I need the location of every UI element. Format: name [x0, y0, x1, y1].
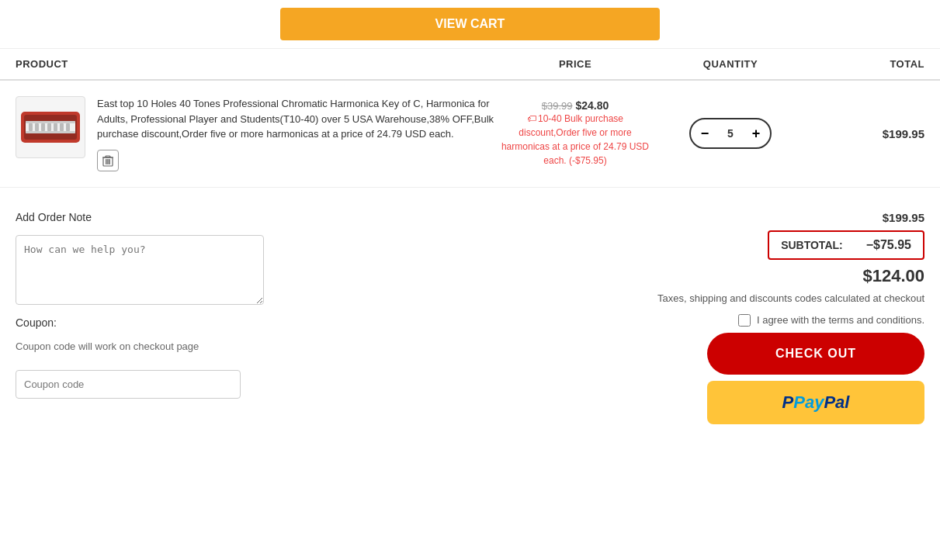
order-note-textarea[interactable]	[16, 235, 264, 305]
cart-item-row: East top 10 Holes 40 Tones Professional …	[0, 81, 940, 188]
right-section: $199.95 SUBTOTAL: −$75.95 $124.00 Taxes,…	[478, 211, 925, 424]
price-cell: $39.99 $24.80 🏷10-40 Bulk purchase disco…	[498, 99, 653, 168]
product-info: East top 10 Holes 40 Tones Professional …	[97, 96, 498, 171]
svg-rect-7	[54, 123, 57, 131]
checkout-button[interactable]: CHECK OUT	[707, 333, 924, 375]
svg-rect-5	[41, 123, 45, 131]
quantity-cell: − 5 +	[653, 118, 808, 149]
col-header-quantity: QUANTITY	[653, 58, 808, 70]
bottom-section: Add Order Note Coupon: Coupon code will …	[0, 188, 940, 448]
terms-label: I agree with the terms and conditions.	[757, 314, 924, 326]
svg-rect-9	[66, 123, 70, 131]
terms-row: I agree with the terms and conditions.	[738, 314, 924, 327]
quantity-value: 5	[719, 127, 742, 140]
left-section: Add Order Note Coupon: Coupon code will …	[16, 211, 463, 424]
subtotal-box: SUBTOTAL: −$75.95	[768, 230, 924, 260]
svg-rect-4	[35, 123, 39, 131]
col-header-price: PRICE	[498, 58, 653, 70]
top-bar: VIEW CART	[0, 0, 940, 49]
product-image	[16, 96, 85, 158]
coupon-input[interactable]	[16, 370, 241, 399]
terms-checkbox[interactable]	[738, 314, 751, 327]
svg-rect-15	[109, 159, 111, 164]
paypal-button[interactable]: PPayPal	[707, 381, 924, 424]
order-note-label: Add Order Note	[16, 211, 463, 223]
col-header-product: PRODUCT	[16, 58, 498, 70]
cart-total: $124.00	[862, 266, 924, 286]
quantity-increase-button[interactable]: +	[742, 119, 770, 147]
svg-rect-8	[60, 123, 64, 131]
svg-rect-13	[106, 159, 107, 164]
svg-rect-6	[47, 123, 51, 131]
taxes-note: Taxes, shipping and discounts codes calc…	[657, 292, 924, 304]
quantity-decrease-button[interactable]: −	[691, 119, 719, 147]
product-title: East top 10 Holes 40 Tones Professional …	[97, 96, 498, 142]
svg-rect-10	[26, 121, 75, 123]
coupon-note: Coupon code will work on checkout page	[16, 340, 463, 352]
view-cart-button[interactable]: VIEW CART	[280, 8, 661, 40]
table-header: PRODUCT PRICE QUANTITY TOTAL	[0, 49, 940, 81]
col-header-total: TOTAL	[808, 58, 924, 70]
original-price: $39.99 $24.80	[498, 99, 653, 112]
product-cell: East top 10 Holes 40 Tones Professional …	[16, 96, 498, 171]
bulk-discount-text: 🏷10-40 Bulk purchase discount,Order five…	[498, 112, 653, 168]
item-total: $199.95	[808, 127, 924, 140]
delete-item-button[interactable]	[97, 150, 119, 171]
cart-subtotal-amount: $199.95	[883, 211, 924, 224]
coupon-label: Coupon:	[16, 316, 463, 329]
svg-rect-14	[107, 159, 109, 164]
subtotal-discount-value: −$75.95	[866, 238, 911, 252]
paypal-icon: PPayPal	[782, 392, 850, 413]
svg-rect-11	[26, 131, 75, 133]
quantity-control: − 5 +	[689, 118, 772, 149]
subtotal-label: SUBTOTAL:	[781, 239, 843, 251]
svg-rect-3	[29, 123, 33, 131]
